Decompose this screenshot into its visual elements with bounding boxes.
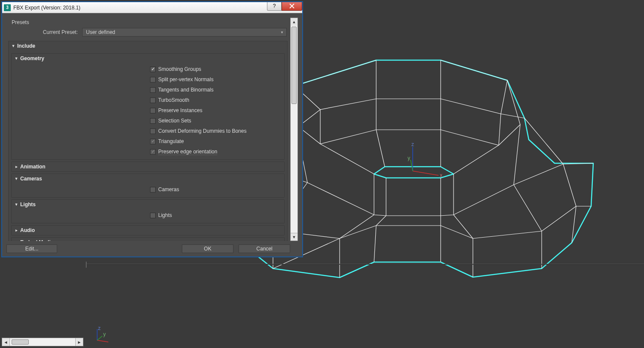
checkbox-label: TurboSmooth	[158, 97, 189, 103]
caret-right-icon: ▸	[14, 228, 18, 232]
scroll-left-icon[interactable]: ◄	[2, 338, 10, 346]
group-cameras-header[interactable]: ▼ Cameras	[12, 174, 284, 183]
group-animation: ▸ Animation	[11, 162, 285, 172]
checkbox-label: Tangents and Binormals	[158, 87, 214, 93]
horizontal-scrollbar[interactable]: ◄ ►	[2, 338, 83, 346]
group-geometry-header[interactable]: ▼ Geometry	[12, 54, 284, 63]
scroll-thumb[interactable]	[12, 339, 29, 345]
checkbox-icon	[150, 77, 156, 82]
scroll-thumb[interactable]	[291, 27, 297, 104]
svg-line-2	[411, 160, 413, 171]
checkbox-turbosmooth[interactable]: TurboSmooth	[12, 95, 284, 105]
fbx-export-dialog: 3 FBX Export (Version: 2018.1) ? Presets…	[2, 2, 303, 257]
current-preset-label: Current Preset:	[9, 29, 82, 35]
svg-line-6	[97, 340, 108, 342]
edit-button[interactable]: Edit...	[6, 244, 57, 253]
checkbox-label: Preserve edge orientation	[158, 149, 217, 155]
app-icon: 3	[4, 4, 11, 11]
checkbox-preserve-edge-orientation[interactable]: Preserve edge orientation	[12, 147, 284, 157]
checkbox-icon	[150, 128, 156, 134]
group-lights: ▼ Lights Lights	[11, 199, 285, 223]
dialog-title: FBX Export (Version: 2018.1)	[13, 5, 267, 11]
checkbox-icon	[150, 213, 156, 218]
svg-text:z: z	[98, 327, 101, 331]
checkbox-smoothing-groups[interactable]: Smoothing Groups	[12, 64, 284, 74]
checkbox-label: Selection Sets	[158, 118, 191, 124]
group-audio-header[interactable]: ▸ Audio	[12, 226, 284, 235]
group-include-header[interactable]: ▼ Include	[9, 41, 287, 51]
caret-down-icon: ▼	[14, 177, 18, 181]
scroll-up-icon[interactable]: ▲	[291, 18, 297, 26]
checkbox-icon	[150, 98, 156, 103]
current-preset-select[interactable]: User defined	[82, 28, 287, 37]
checkbox-icon	[150, 67, 156, 72]
caret-down-icon: ▼	[11, 44, 15, 48]
checkbox-icon	[150, 108, 156, 113]
group-embed-media: ▼ Embed Media Embed Media	[11, 237, 285, 241]
checkbox-cameras[interactable]: Cameras	[12, 184, 284, 195]
svg-text:y: y	[103, 331, 106, 337]
checkbox-tangents-and-binormals[interactable]: Tangents and Binormals	[12, 85, 284, 95]
group-include: ▼ Include ▼ Geometry Smoothing GroupsSpl…	[8, 41, 288, 241]
presets-heading: Presets	[6, 18, 289, 28]
checkbox-icon	[150, 87, 156, 93]
svg-text:y: y	[408, 155, 410, 161]
checkbox-icon	[150, 187, 156, 192]
dialog-footer: Edit... OK Cancel	[2, 241, 302, 256]
viewport-axis-gizmo: z y	[94, 327, 111, 344]
vertical-scrollbar[interactable]: ▲ ▼	[290, 18, 298, 241]
group-lights-header[interactable]: ▼ Lights	[12, 200, 284, 209]
checkbox-split-per-vertex-normals[interactable]: Split per-vertex Normals	[12, 74, 284, 85]
checkbox-icon	[150, 139, 156, 144]
svg-line-8	[97, 336, 102, 340]
checkbox-icon	[150, 118, 156, 124]
checkbox-convert-deforming-dummies-to-bones[interactable]: Convert Deforming Dummies to Bones	[12, 126, 284, 136]
scroll-down-icon[interactable]: ▼	[291, 233, 297, 241]
checkbox-preserve-instances[interactable]: Preserve Instances	[12, 105, 284, 116]
scroll-right-icon[interactable]: ►	[75, 338, 83, 346]
group-audio: ▸ Audio	[11, 225, 285, 235]
close-icon	[289, 3, 294, 9]
svg-text:x: x	[440, 172, 442, 178]
checkbox-label: Preserve Instances	[158, 107, 202, 113]
checkbox-label: Split per-vertex Normals	[158, 76, 214, 82]
checkbox-selection-sets[interactable]: Selection Sets	[12, 116, 284, 126]
svg-text:z: z	[411, 141, 414, 147]
dialog-scroll-area: Presets Current Preset: User defined ▼ I…	[6, 18, 289, 241]
group-animation-header[interactable]: ▸ Animation	[12, 162, 284, 171]
checkbox-icon	[150, 149, 156, 155]
dialog-titlebar[interactable]: 3 FBX Export (Version: 2018.1) ?	[2, 2, 302, 13]
caret-right-icon: ▸	[14, 165, 18, 169]
checkbox-label: Convert Deforming Dummies to Bones	[158, 128, 246, 134]
help-button[interactable]: ?	[267, 2, 282, 11]
svg-line-0	[413, 171, 439, 175]
checkbox-label: Smoothing Groups	[158, 66, 201, 72]
checkbox-label: Triangulate	[158, 138, 184, 144]
cancel-button[interactable]: Cancel	[239, 244, 290, 253]
group-geometry: ▼ Geometry Smoothing GroupsSplit per-ver…	[11, 53, 285, 160]
caret-down-icon: ▼	[14, 56, 18, 61]
caret-down-icon: ▼	[14, 202, 18, 207]
checkbox-lights[interactable]: Lights	[12, 210, 284, 220]
ok-button[interactable]: OK	[182, 244, 233, 253]
group-embed-header[interactable]: ▼ Embed Media	[12, 238, 284, 241]
checkbox-triangulate[interactable]: Triangulate	[12, 136, 284, 147]
timeline-bar[interactable]	[86, 264, 644, 265]
close-button[interactable]	[282, 2, 302, 11]
group-cameras: ▼ Cameras Cameras	[11, 174, 285, 198]
